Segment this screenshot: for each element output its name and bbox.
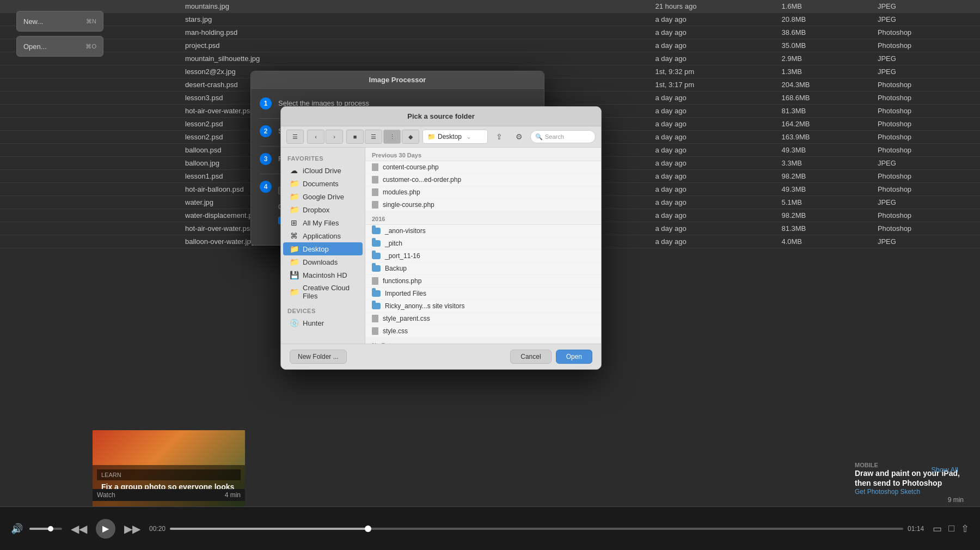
action-button[interactable]: ⚙ <box>511 130 527 144</box>
column-view-button[interactable]: ⋮ <box>383 130 401 144</box>
sidebar-item-creative-cloud-files[interactable]: 📁 Creative Cloud Files <box>283 282 363 302</box>
icloud-icon: ☁ <box>290 166 298 175</box>
folder-main: Previous 30 Dayscontent-course.phpcustom… <box>365 148 601 344</box>
open-button[interactable]: Open <box>556 350 592 364</box>
nav-arrows: ‹ › <box>307 130 343 144</box>
back-button[interactable]: ‹ <box>307 130 324 144</box>
sidebar-item-desktop[interactable]: 📁 Desktop <box>283 242 363 255</box>
left-sidebar: New... ⌘N Open... ⌘O <box>16 11 103 57</box>
cancel-button[interactable]: Cancel <box>510 350 551 364</box>
folder-icon: 📁 <box>290 258 298 266</box>
icon-view-button[interactable]: ■ <box>346 130 364 144</box>
file-group-label: Previous 30 Days <box>365 148 601 161</box>
file-group-label: 2016 <box>365 211 601 225</box>
volume-slider[interactable] <box>29 528 62 530</box>
drive-icon: 💿 <box>290 319 298 327</box>
volume-icon[interactable]: 🔊 <box>11 523 23 535</box>
play-button[interactable]: ▶ <box>96 519 115 539</box>
doc-icon <box>372 315 378 322</box>
sidebar-device-hunter[interactable]: 💿 Hunter <box>283 316 363 329</box>
folder-icon: 📁 <box>290 179 298 188</box>
forward-button[interactable]: › <box>326 130 343 144</box>
table-row[interactable]: man-holding.psd a day ago 38.6MB Photosh… <box>0 26 980 39</box>
share-button[interactable]: ⇪ <box>491 130 507 144</box>
image-processor-title: Image Processor <box>251 71 544 89</box>
open-button[interactable]: Open... ⌘O <box>16 36 103 57</box>
watch-label[interactable]: Watch <box>97 491 115 499</box>
folder-icon <box>372 253 381 259</box>
sidebar-item-all-my-files[interactable]: ⊞ All My Files <box>283 216 363 229</box>
new-button[interactable]: New... ⌘N <box>16 11 103 32</box>
list-item[interactable]: style_parent.css <box>365 313 601 325</box>
folder-icon: 📁 <box>290 245 298 253</box>
sidebar-item-applications[interactable]: ⌘ Applications <box>283 229 363 242</box>
sidebar-item-macintosh-hd[interactable]: 💾 Macintosh HD <box>283 268 363 282</box>
sidebar-item-icloud-drive[interactable]: ☁ iCloud Drive <box>283 164 363 177</box>
learn-footer: Watch 4 min <box>93 489 245 501</box>
media-player: 🔊 ◀◀ ▶ ▶▶ 00:20 01:14 ▭ □ ⇧ <box>0 506 980 550</box>
new-folder-button[interactable]: New Folder ... <box>290 350 347 364</box>
app-icon: ⌘ <box>290 231 298 240</box>
list-view-button[interactable]: ☰ <box>365 130 382 144</box>
doc-icon <box>372 277 378 285</box>
folder-icon <box>372 303 381 309</box>
devices-label: Devices <box>281 307 365 316</box>
rewind-button[interactable]: ◀◀ <box>71 522 87 535</box>
airplay-button[interactable]: ▭ <box>933 523 942 535</box>
list-item[interactable]: Backup <box>365 262 601 275</box>
folder-picker-title: Pick a source folder <box>281 107 601 126</box>
list-item[interactable]: style.css <box>365 325 601 338</box>
doc-icon <box>372 163 378 171</box>
table-row[interactable]: mountains.jpg 21 hours ago 1.6MB JPEG <box>0 0 980 13</box>
folder-icon: 📁 <box>290 288 298 296</box>
folder-sidebar: Favorites ☁ iCloud Drive📁 Documents📁 Goo… <box>281 148 365 344</box>
list-item[interactable]: Ricky_anony...s site visitors <box>365 300 601 313</box>
list-item[interactable]: functions.php <box>365 275 601 288</box>
player-controls: 🔊 <box>11 523 62 535</box>
list-item[interactable]: content-course.php <box>365 161 601 174</box>
search-placeholder: Search <box>545 133 564 140</box>
sidebar-item-documents[interactable]: 📁 Documents <box>283 177 363 190</box>
location-text: Desktop <box>438 133 462 140</box>
list-item[interactable]: single-course.php <box>365 199 601 211</box>
table-row[interactable]: stars.jpg a day ago 20.8MB JPEG <box>0 13 980 26</box>
sidebar-toggle-button[interactable]: ☰ <box>286 130 304 144</box>
list-item[interactable]: customer-co...ed-order.php <box>365 174 601 186</box>
sidebar-devices-list: 💿 Hunter <box>281 316 365 329</box>
fast-forward-button[interactable]: ▶▶ <box>124 522 140 535</box>
folder-icon <box>372 240 381 247</box>
time-total: 01:14 <box>908 525 924 533</box>
share-media-button[interactable]: ⇧ <box>961 523 969 535</box>
photoshop-sketch-link[interactable]: Get Photoshop Sketch <box>855 488 964 496</box>
list-item[interactable]: Imported Files <box>365 288 601 300</box>
show-all-button[interactable]: Show All <box>931 466 958 474</box>
sidebar-item-dropbox[interactable]: 📁 Dropbox <box>283 203 363 216</box>
table-row[interactable]: mountain_silhouette.jpg a day ago 2.9MB … <box>0 52 980 65</box>
doc-icon <box>372 201 378 209</box>
list-item[interactable]: modules.php <box>365 186 601 199</box>
folder-icon <box>372 265 381 272</box>
favorites-label: Favorites <box>281 154 365 164</box>
list-item[interactable]: _pitch <box>365 237 601 250</box>
sidebar-item-google-drive[interactable]: 📁 Google Drive <box>283 190 363 203</box>
search-box[interactable]: 🔍 Search <box>530 130 596 143</box>
progress-bar[interactable] <box>170 528 903 530</box>
doc-icon <box>372 176 378 184</box>
drive-icon: 💾 <box>290 271 298 279</box>
list-item[interactable]: _anon-visitors <box>365 225 601 237</box>
pip-button[interactable]: □ <box>948 523 954 535</box>
folder-footer: New Folder ... Cancel Open <box>281 344 601 369</box>
folder-icon <box>372 290 381 297</box>
file-group-label: No Date <box>365 338 601 344</box>
location-bar[interactable]: 📁 Desktop ⌄ <box>422 130 488 144</box>
table-row[interactable]: project.psd a day ago 35.0MB Photoshop <box>0 39 980 52</box>
doc-icon <box>372 327 378 335</box>
sidebar-item-downloads[interactable]: 📁 Downloads <box>283 255 363 268</box>
learn-duration: 4 min <box>225 491 241 499</box>
section-4-num: 4 <box>260 181 272 193</box>
section-3-num: 3 <box>260 153 272 165</box>
list-item[interactable]: _port_11-16 <box>365 250 601 262</box>
sidebar-favorites-list: ☁ iCloud Drive📁 Documents📁 Google Drive📁… <box>281 164 365 302</box>
folder-content: Favorites ☁ iCloud Drive📁 Documents📁 Goo… <box>281 148 601 344</box>
coverflow-view-button[interactable]: ◆ <box>402 130 419 144</box>
